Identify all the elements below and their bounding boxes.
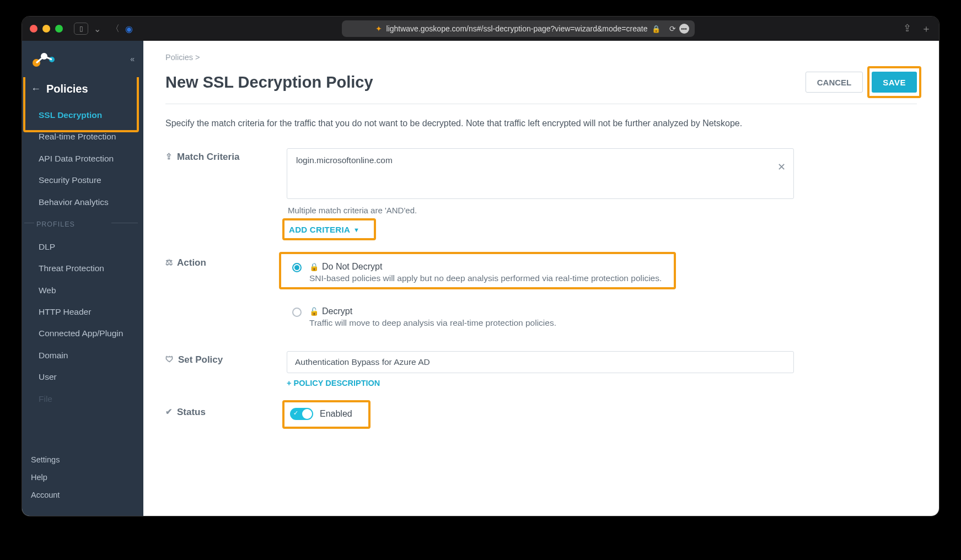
action-row: ⚖ Action 🔒Do Not Decrypt SNI-based polic… <box>165 254 917 336</box>
radio-help-text: Traffic will move to deep analysis via r… <box>309 318 556 328</box>
chevron-down-icon[interactable]: ⌄ <box>94 24 101 34</box>
sidebar-item-ssl-decryption[interactable]: SSL Decryption <box>22 104 143 126</box>
sidebar-policies-list: SSL Decryption Real-time Protection API … <box>22 101 143 213</box>
new-tab-icon[interactable]: ＋ <box>921 22 931 35</box>
match-criteria-row: ⇪ Match Criteria login.microsoftonline.c… <box>165 148 917 239</box>
sidebar-item-realtime-protection[interactable]: Real-time Protection <box>22 126 143 147</box>
caret-down-icon: ▼ <box>353 227 359 233</box>
sidebar-bottom-links: Settings Help Account <box>22 445 143 516</box>
policy-description-link[interactable]: + POLICY DESCRIPTION <box>287 379 380 387</box>
sidebar-item-connected-app[interactable]: Connected App/Plugin <box>22 322 143 344</box>
clear-criteria-icon[interactable]: ✕ <box>777 161 786 173</box>
sidebar-link-help[interactable]: Help <box>31 469 135 486</box>
minimize-window-button[interactable] <box>42 25 50 33</box>
add-criteria-button[interactable]: ADD CRITERIA ▼ <box>287 220 365 239</box>
match-criteria-label: ⇪ Match Criteria <box>165 148 287 239</box>
shield-check-icon: 🛡 <box>165 354 174 364</box>
sidebar-link-account[interactable]: Account <box>31 486 135 504</box>
status-toggle[interactable]: ✓ <box>290 408 313 420</box>
close-window-button[interactable] <box>30 25 37 33</box>
match-criteria-hint: Multiple match criteria are 'AND'ed. <box>288 206 794 215</box>
radio-help-text: SNI-based policies will apply but no dee… <box>309 273 662 283</box>
maximize-window-button[interactable] <box>55 25 63 33</box>
browser-window: ▯ ⌄ 〈 ◉ ✦ lightwave.goskope.com/ns#/ssl-… <box>22 17 939 516</box>
page-description: Specify the match criteria for the traff… <box>165 117 917 130</box>
sidebar-item-web[interactable]: Web <box>22 279 143 301</box>
page-title: New SSL Decryption Policy <box>165 73 373 91</box>
sidebar-profiles-list: DLP Threat Protection Web HTTP Header Co… <box>22 233 143 410</box>
sidebar-section-title[interactable]: ← Policies <box>22 77 143 101</box>
sidebar: « ← Policies SSL Decryption Real-time Pr… <box>22 41 143 516</box>
sidebar-title-text: Policies <box>46 83 88 95</box>
sidebar-profiles-label: PROFILES <box>22 213 143 233</box>
sidebar-toggle-button[interactable]: ▯ <box>74 23 88 35</box>
page-header: New SSL Decryption Policy CANCEL SAVE <box>165 72 917 104</box>
more-icon[interactable]: ••• <box>679 24 689 34</box>
cancel-button[interactable]: CANCEL <box>806 72 863 93</box>
sidebar-item-domain[interactable]: Domain <box>22 344 143 366</box>
radio-off-icon[interactable] <box>292 308 302 317</box>
url-text: lightwave.goskope.com/ns#/ssl-decryption… <box>386 24 648 33</box>
back-arrow-icon[interactable]: ← <box>31 83 41 95</box>
check-icon: ✓ <box>293 410 298 417</box>
collapse-sidebar-icon[interactable]: « <box>130 55 135 63</box>
sidebar-link-settings[interactable]: Settings <box>31 451 135 469</box>
set-policy-label: 🛡 Set Policy <box>165 351 287 388</box>
window-controls <box>30 25 63 33</box>
shield-icon[interactable]: ◉ <box>125 24 133 34</box>
browser-titlebar: ▯ ⌄ 〈 ◉ ✦ lightwave.goskope.com/ns#/ssl-… <box>22 17 939 41</box>
radio-decrypt[interactable]: 🔓Decrypt Traffic will move to deep analy… <box>290 303 786 330</box>
status-row: ✔ Status ✓ Enabled <box>165 403 917 424</box>
refresh-icon[interactable]: ⟳ <box>669 24 676 33</box>
action-label: ⚖ Action <box>165 254 287 336</box>
lock-icon: 🔒 <box>652 25 661 33</box>
criteria-value: login.microsoftonline.com <box>296 155 393 165</box>
sidebar-item-file[interactable]: File <box>22 388 143 410</box>
sidebar-item-api-data-protection[interactable]: API Data Protection <box>22 148 143 169</box>
check-circle-icon: ✔ <box>165 407 173 417</box>
share-icon[interactable]: ⇪ <box>903 22 911 35</box>
policy-name-input[interactable] <box>287 351 794 373</box>
radio-do-not-decrypt[interactable]: 🔒Do Not Decrypt SNI-based policies will … <box>290 259 786 286</box>
main-content: Policies > New SSL Decryption Policy CAN… <box>143 41 939 516</box>
save-button[interactable]: SAVE <box>872 72 917 93</box>
address-bar[interactable]: ✦ lightwave.goskope.com/ns#/ssl-decrypti… <box>342 20 695 37</box>
site-favicon-icon: ✦ <box>375 24 382 33</box>
sidebar-item-dlp[interactable]: DLP <box>22 236 143 257</box>
breadcrumb[interactable]: Policies > <box>165 53 917 62</box>
status-text: Enabled <box>320 409 352 419</box>
radio-on-icon[interactable] <box>292 263 302 272</box>
sidebar-item-security-posture[interactable]: Security Posture <box>22 169 143 191</box>
sidebar-item-user[interactable]: User <box>22 366 143 387</box>
match-criteria-box[interactable]: login.microsoftonline.com ✕ <box>287 148 794 199</box>
upload-icon: ⇪ <box>165 152 173 161</box>
sidebar-item-http-header[interactable]: HTTP Header <box>22 301 143 322</box>
gavel-icon: ⚖ <box>165 257 173 267</box>
lock-closed-icon: 🔒 <box>309 262 319 271</box>
status-label: ✔ Status <box>165 403 287 424</box>
lock-open-icon: 🔓 <box>309 307 319 316</box>
sidebar-item-behavior-analytics[interactable]: Behavior Analytics <box>22 191 143 213</box>
sidebar-item-threat-protection[interactable]: Threat Protection <box>22 257 143 279</box>
app-body: « ← Policies SSL Decryption Real-time Pr… <box>22 41 939 516</box>
set-policy-row: 🛡 Set Policy + POLICY DESCRIPTION <box>165 351 917 388</box>
back-icon[interactable]: 〈 <box>111 23 120 35</box>
brand-logo <box>31 51 57 67</box>
